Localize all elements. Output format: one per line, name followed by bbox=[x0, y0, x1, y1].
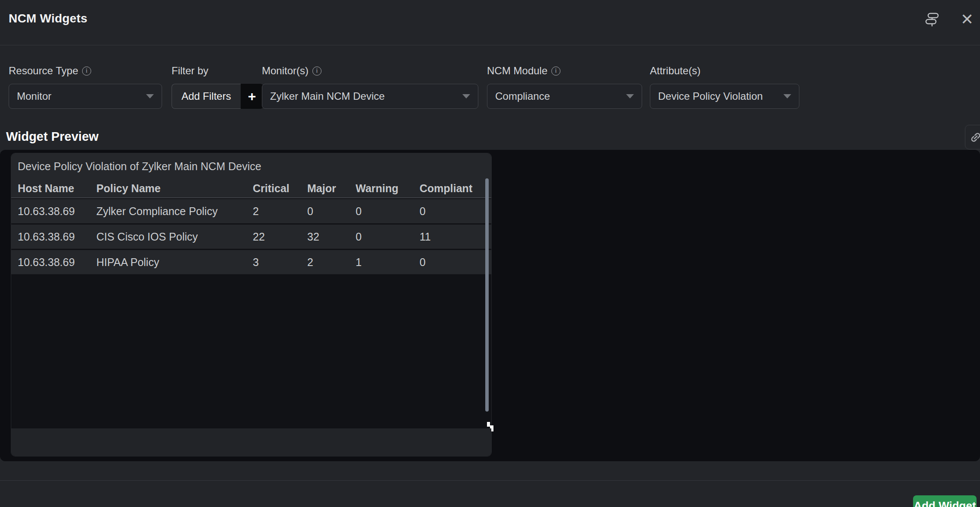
cell-host-name: 10.63.38.69 bbox=[18, 225, 75, 249]
attributes-dropdown[interactable]: Device Policy Violation bbox=[650, 84, 799, 109]
ncm-module-label: NCM Module i bbox=[487, 64, 560, 77]
monitors-label-text: Monitor(s) bbox=[262, 65, 309, 77]
chevron-down-icon bbox=[462, 94, 470, 98]
info-icon[interactable]: i bbox=[82, 67, 91, 76]
cell-critical: 2 bbox=[253, 199, 259, 223]
column-header-compliant: Compliant bbox=[420, 179, 472, 197]
chevron-down-icon bbox=[146, 94, 154, 98]
cell-policy-name: HIPAA Policy bbox=[96, 250, 159, 274]
widget-preview-area: Device Policy Violation of Zylker Main N… bbox=[0, 150, 980, 461]
scrollbar-thumb[interactable] bbox=[485, 178, 489, 412]
cell-policy-name: CIS Cisco IOS Policy bbox=[96, 225, 198, 249]
cell-major: 32 bbox=[307, 225, 319, 249]
monitors-value: Zylker Main NCM Device bbox=[270, 90, 385, 102]
ncm-module-value: Compliance bbox=[495, 90, 550, 102]
cell-critical: 22 bbox=[253, 225, 265, 249]
table-row: 10.63.38.69 HIPAA Policy 3 2 1 0 bbox=[11, 250, 491, 274]
table-header-row: Host Name Policy Name Critical Major War… bbox=[11, 179, 491, 198]
filter-by-label-text: Filter by bbox=[172, 65, 208, 77]
add-filters-button[interactable]: Add Filters + bbox=[172, 84, 264, 109]
column-header-policy-name: Policy Name bbox=[96, 179, 161, 197]
column-header-critical: Critical bbox=[253, 179, 290, 197]
attributes-label: Attribute(s) bbox=[650, 64, 700, 77]
close-icon: ✕ bbox=[961, 12, 974, 27]
table-row: 10.63.38.69 Zylker Compliance Policy 2 0… bbox=[11, 199, 491, 223]
cell-warning: 1 bbox=[356, 250, 362, 274]
link-icon bbox=[969, 131, 980, 144]
cell-policy-name: Zylker Compliance Policy bbox=[96, 199, 218, 223]
monitors-label: Monitor(s) i bbox=[262, 64, 321, 77]
add-filters-label[interactable]: Add Filters bbox=[172, 84, 241, 109]
cell-compliant: 0 bbox=[420, 199, 426, 223]
widget-layout-button[interactable] bbox=[922, 10, 942, 29]
column-header-host-name: Host Name bbox=[18, 179, 74, 197]
cell-warning: 0 bbox=[356, 225, 362, 249]
cell-critical: 3 bbox=[253, 250, 259, 274]
plus-icon[interactable]: + bbox=[241, 84, 264, 109]
ncm-module-label-text: NCM Module bbox=[487, 65, 547, 77]
info-icon[interactable]: i bbox=[551, 67, 560, 76]
column-header-major: Major bbox=[307, 179, 336, 197]
filter-by-label: Filter by bbox=[172, 64, 208, 77]
resource-type-label: Resource Type i bbox=[9, 64, 91, 77]
table-row: 10.63.38.69 CIS Cisco IOS Policy 22 32 0… bbox=[11, 225, 491, 249]
info-icon[interactable]: i bbox=[312, 67, 321, 76]
close-button[interactable]: ✕ bbox=[957, 10, 977, 29]
widget-preview-heading: Widget Preview bbox=[6, 130, 99, 144]
monitors-dropdown[interactable]: Zylker Main NCM Device bbox=[262, 84, 478, 109]
add-widget-button[interactable]: Add Widget bbox=[913, 495, 977, 507]
widget-title: Device Policy Violation of Zylker Main N… bbox=[11, 153, 491, 179]
widget-footer-bar bbox=[11, 428, 491, 456]
column-header-warning: Warning bbox=[356, 179, 398, 197]
cell-host-name: 10.63.38.69 bbox=[18, 199, 75, 223]
ncm-module-dropdown[interactable]: Compliance bbox=[487, 84, 642, 109]
preview-widget-card: Device Policy Violation of Zylker Main N… bbox=[11, 153, 492, 456]
cell-compliant: 0 bbox=[420, 250, 426, 274]
cell-compliant: 11 bbox=[420, 225, 431, 249]
cell-major: 0 bbox=[307, 199, 313, 223]
resource-type-dropdown[interactable]: Monitor bbox=[9, 84, 162, 109]
dialog-title: NCM Widgets bbox=[9, 12, 87, 25]
cell-host-name: 10.63.38.69 bbox=[18, 250, 75, 274]
resource-type-value: Monitor bbox=[17, 90, 51, 102]
resize-handle-part bbox=[487, 422, 490, 427]
chevron-down-icon bbox=[783, 94, 791, 98]
cell-warning: 0 bbox=[356, 199, 362, 223]
attributes-value: Device Policy Violation bbox=[658, 90, 763, 102]
cell-major: 2 bbox=[307, 250, 313, 274]
header-divider bbox=[0, 45, 980, 45]
footer-divider bbox=[0, 480, 980, 481]
attributes-label-text: Attribute(s) bbox=[650, 65, 700, 77]
chevron-down-icon bbox=[626, 94, 634, 98]
add-widget-label: Add Widget bbox=[913, 499, 976, 507]
resource-type-label-text: Resource Type bbox=[9, 65, 78, 77]
signpost-widget-icon bbox=[924, 10, 940, 29]
copy-link-button[interactable] bbox=[965, 125, 980, 149]
